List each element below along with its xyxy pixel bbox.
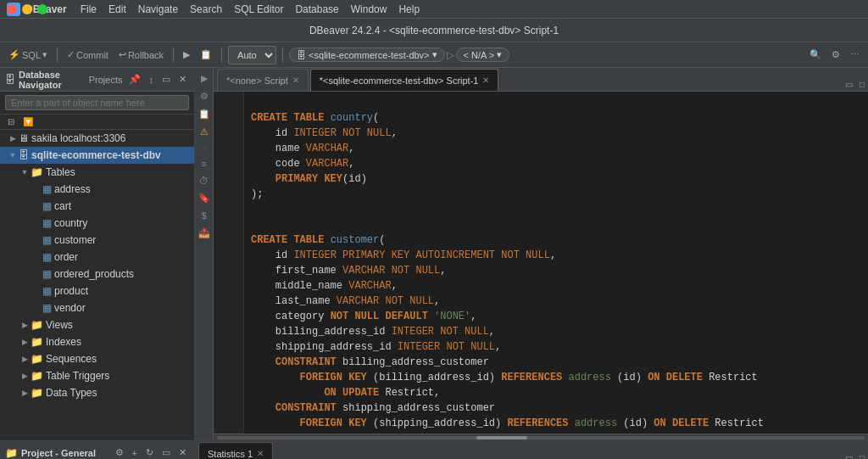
tree-item-cart[interactable]: ▦ cart bbox=[0, 198, 194, 215]
tree-item-vendor[interactable]: ▦ vendor bbox=[0, 299, 194, 316]
run-icon[interactable]: ▶ bbox=[199, 71, 209, 86]
tree-item-sakila[interactable]: ▶ 🖥 sakila localhost:3306 bbox=[0, 130, 194, 147]
menu-file[interactable]: File bbox=[75, 2, 102, 17]
project-panel: 📁 Project - General ⚙ + ↻ ▭ ✕ Name DataS… bbox=[0, 441, 195, 459]
tab-none-close-btn[interactable]: ✕ bbox=[292, 76, 299, 85]
collapse-all-btn[interactable]: ⊟ bbox=[5, 116, 17, 127]
output-icon[interactable]: 📤 bbox=[197, 226, 212, 240]
sidebar: 🗄 Database Navigator Projects 📌 ↕ ▭ ✕ ⊟ … bbox=[0, 68, 195, 440]
tree-item-table-triggers[interactable]: ▶ 📁 Table Triggers bbox=[0, 367, 194, 384]
editor-gutter: ▶ ⚙ 📋 ⚠ ⋯ ≡ ⏱ 🔖 $ 📤 bbox=[195, 68, 214, 440]
warning-icon: ⚠ bbox=[198, 125, 210, 139]
stats-restore-btn[interactable]: □ bbox=[856, 451, 868, 459]
schema-breadcrumb[interactable]: < N/A > ▾ bbox=[456, 48, 510, 62]
table-icon-country: ▦ bbox=[42, 217, 52, 229]
scroll-thumb[interactable] bbox=[476, 436, 527, 439]
tab-none-script[interactable]: *<none> Script ✕ bbox=[217, 69, 309, 91]
db-icon: 🗄 bbox=[297, 50, 306, 60]
db-breadcrumb[interactable]: 🗄 <sqlite-ecommerce-test-dbv> ▾ bbox=[289, 48, 444, 62]
code-content[interactable]: CREATE TABLE country( id INTEGER NOT NUL… bbox=[244, 92, 868, 434]
toolbar-sql-btn[interactable]: ⚡ SQL ▾ bbox=[5, 48, 51, 62]
toolbar-separator-4 bbox=[282, 48, 283, 63]
tree-item-country[interactable]: ▦ country bbox=[0, 215, 194, 232]
project-new-btn[interactable]: + bbox=[130, 447, 140, 459]
tree-label-order: order bbox=[54, 251, 78, 263]
tab-sqlite-script[interactable]: *<sqlite-ecommerce-test-dbv> Script-1 ✕ bbox=[310, 69, 499, 91]
sync-btn[interactable]: ↕ bbox=[147, 74, 157, 86]
tab-statistics[interactable]: Statistics 1 ✕ bbox=[198, 442, 273, 459]
close-panel-btn[interactable]: ✕ bbox=[176, 73, 189, 86]
tab-menu-btn[interactable]: ▭ bbox=[842, 78, 856, 91]
pin-btn[interactable]: 📌 bbox=[126, 73, 143, 86]
tree-item-product[interactable]: ▦ product bbox=[0, 283, 194, 299]
tab-sqlite-close-btn[interactable]: ✕ bbox=[482, 76, 489, 85]
collapse-btn[interactable]: ▭ bbox=[159, 73, 173, 86]
db-navigator-icon: 🗄 bbox=[5, 74, 15, 86]
tree-item-sqlite[interactable]: ▼ 🗄 sqlite-ecommerce-test-dbv bbox=[0, 147, 194, 164]
project-close-btn[interactable]: ✕ bbox=[176, 446, 189, 459]
tree-label-cart: cart bbox=[54, 200, 71, 212]
minimize-button[interactable] bbox=[22, 4, 32, 14]
folder-icon-data-types: 📁 bbox=[31, 387, 43, 399]
main-layout: 🗄 Database Navigator Projects 📌 ↕ ▭ ✕ ⊟ … bbox=[0, 68, 868, 440]
search-input[interactable] bbox=[5, 95, 189, 110]
tree-item-views[interactable]: ▶ 📁 Views bbox=[0, 316, 194, 333]
more-btn[interactable]: ⋯ bbox=[847, 48, 863, 62]
settings-btn[interactable]: ⚙ bbox=[828, 48, 843, 62]
project-refresh-btn[interactable]: ↻ bbox=[143, 446, 156, 459]
project-collapse-btn[interactable]: ▭ bbox=[159, 446, 173, 459]
tree-item-customer[interactable]: ▦ customer bbox=[0, 232, 194, 249]
tree-item-indexes[interactable]: ▶ 📁 Indexes bbox=[0, 333, 194, 350]
tree-label-table-triggers: Table Triggers bbox=[46, 370, 109, 382]
menu-sql-editor[interactable]: SQL Editor bbox=[229, 2, 288, 17]
menu-search[interactable]: Search bbox=[185, 2, 227, 17]
auto-commit-select[interactable]: Auto bbox=[228, 46, 276, 64]
menu-window[interactable]: Window bbox=[346, 2, 392, 17]
projects-label: Projects bbox=[89, 75, 123, 85]
execute-btn[interactable]: ▶ bbox=[180, 48, 193, 62]
menu-database[interactable]: Database bbox=[290, 2, 343, 17]
sidebar-toolbar: ⊟ 🔽 bbox=[0, 115, 194, 130]
project-settings-btn[interactable]: ⚙ bbox=[113, 446, 126, 459]
tree-label-vendor: vendor bbox=[54, 302, 86, 314]
tree-arrow-data-types: ▶ bbox=[19, 389, 31, 397]
tree-item-sequences[interactable]: ▶ 📁 Sequences bbox=[0, 350, 194, 367]
title-bar: DBeaver 24.2.4 - <sqlite-ecommerce-test-… bbox=[0, 19, 868, 42]
vars-icon[interactable]: $ bbox=[199, 209, 208, 222]
filter-btn[interactable]: 🔽 bbox=[20, 116, 36, 127]
explain-icon[interactable]: 📋 bbox=[197, 107, 212, 121]
format-icon[interactable]: ≡ bbox=[199, 157, 208, 171]
rollback-btn[interactable]: ↩ Rollback bbox=[115, 48, 167, 62]
tree-item-ordered-products[interactable]: ▦ ordered_products bbox=[0, 266, 194, 283]
code-editor[interactable]: CREATE TABLE country( id INTEGER NOT NUL… bbox=[214, 92, 868, 434]
run-script-icon[interactable]: ⚙ bbox=[198, 89, 210, 104]
bookmark-gutter-icon[interactable]: 🔖 bbox=[197, 191, 212, 205]
execute-plan-btn[interactable]: 📋 bbox=[197, 48, 215, 62]
tree-label-indexes: Indexes bbox=[46, 336, 81, 348]
chevron-down-icon: ▾ bbox=[42, 49, 47, 60]
tree-item-tables[interactable]: ▼ 📁 Tables bbox=[0, 164, 194, 181]
tree-arrow-sakila: ▶ bbox=[7, 134, 19, 143]
menu-edit[interactable]: Edit bbox=[103, 2, 131, 17]
chevron-down-icon-3: ▾ bbox=[497, 49, 502, 60]
commit-btn[interactable]: ✓ Commit bbox=[64, 48, 112, 62]
maximize-button[interactable] bbox=[37, 4, 47, 14]
stats-menu-btn[interactable]: ▭ bbox=[842, 451, 856, 459]
tree-item-order[interactable]: ▦ order bbox=[0, 249, 194, 266]
close-button[interactable] bbox=[7, 4, 17, 14]
horizontal-scrollbar[interactable] bbox=[214, 434, 868, 440]
project-panel-header: 📁 Project - General ⚙ + ↻ ▭ ✕ bbox=[0, 441, 194, 459]
menu-help[interactable]: Help bbox=[393, 2, 425, 17]
tree-item-address[interactable]: ▦ address bbox=[0, 181, 194, 198]
menu-navigate[interactable]: Navigate bbox=[133, 2, 183, 17]
breadcrumb-sep: ▷ bbox=[447, 49, 454, 61]
tree-arrow-indexes: ▶ bbox=[19, 338, 31, 346]
server-icon-sakila: 🖥 bbox=[19, 132, 29, 144]
tree-label-data-types: Data Types bbox=[46, 387, 97, 399]
tab-restore-btn[interactable]: □ bbox=[856, 78, 868, 91]
history-icon[interactable]: ⏱ bbox=[198, 174, 210, 188]
search-toolbar-btn[interactable]: 🔍 bbox=[806, 48, 825, 62]
tree-item-data-types[interactable]: ▶ 📁 Data Types bbox=[0, 384, 194, 401]
toolbar-separator-3 bbox=[221, 48, 222, 63]
tab-statistics-close-btn[interactable]: ✕ bbox=[257, 449, 264, 458]
